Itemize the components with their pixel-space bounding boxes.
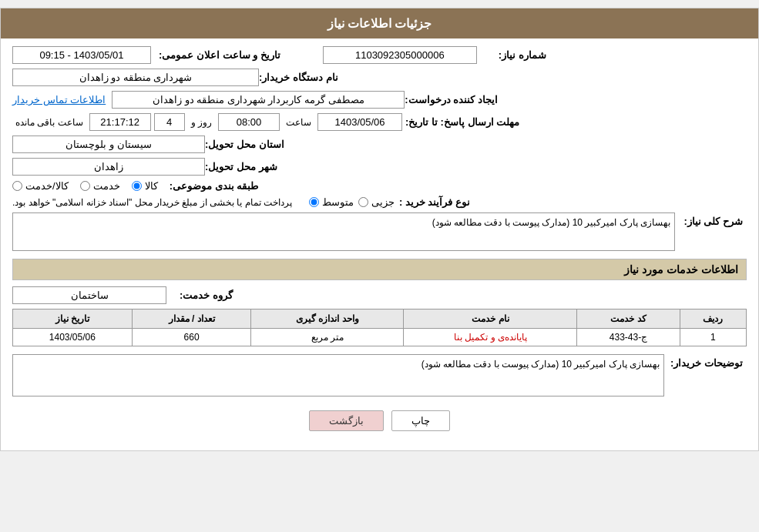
back-button[interactable]: بازگشت <box>309 410 384 431</box>
process-motavasset-radio[interactable] <box>309 197 319 207</box>
page-title: جزئیات اطلاعات نیاز <box>327 17 432 30</box>
category-kala-khedmat-radio[interactable] <box>12 181 22 191</box>
service-group-value: ساختمان <box>12 286 166 304</box>
province-row: استان محل تحویل: سیستان و بلوچستان <box>12 136 747 153</box>
description-box: بهسازی پارک امیرکبیر 10 (مدارک پیوست با … <box>12 212 675 251</box>
services-section-header: اطلاعات خدمات مورد نیاز <box>12 259 747 280</box>
category-kala-radio[interactable] <box>132 181 142 191</box>
province-value: سیستان و بلوچستان <box>12 136 205 153</box>
buyer-name-value: شهرداری منطقه دو زاهدان <box>12 69 259 86</box>
category-kala-label: کالا <box>145 180 158 192</box>
contact-link[interactable]: اطلاعات تماس خریدار <box>12 94 106 105</box>
need-number-label: شماره نیاز: <box>485 49 546 61</box>
col-service-code: کد خدمت <box>577 309 680 329</box>
page-header: جزئیات اطلاعات نیاز <box>1 8 758 38</box>
button-row: چاپ بازگشت <box>12 410 747 431</box>
category-row: طبقه بندی موضوعی: کالا خدمت کالا/خدمت <box>12 180 747 192</box>
process-jozi-radio[interactable] <box>358 197 368 207</box>
need-number-row: شماره نیاز: 1103092305000006 تاریخ و ساع… <box>12 46 747 64</box>
response-remaining-label: ساعت باقی مانده <box>15 117 83 128</box>
response-date-value: 1403/05/06 <box>317 113 402 131</box>
cell-service-code: ج-43-433 <box>577 329 680 346</box>
response-time-value: 08:00 <box>218 113 280 131</box>
buyer-notes-textarea <box>12 354 664 396</box>
response-day-value: 4 <box>154 113 185 131</box>
buyer-name-row: نام دستگاه خریدار: شهرداری منطقه دو زاهد… <box>12 69 747 86</box>
response-day-label: روز و <box>191 117 212 128</box>
requester-value: مصطفی گرمه کاربردار شهرداری منطقه دو زاه… <box>112 91 405 109</box>
process-label: نوع فرآیند خرید : <box>399 196 470 208</box>
cell-quantity: 660 <box>132 329 251 346</box>
city-row: شهر محل تحویل: زاهدان <box>12 158 747 176</box>
table-header-row: ردیف کد خدمت نام خدمت واحد اندازه گیری ت… <box>13 309 747 329</box>
services-table: ردیف کد خدمت نام خدمت واحد اندازه گیری ت… <box>12 309 747 346</box>
cell-service-name: پایانده‌ی و تکمیل بنا <box>404 329 577 346</box>
print-button[interactable]: چاپ <box>391 410 450 431</box>
page-wrapper: جزئیات اطلاعات نیاز شماره نیاز: 11030923… <box>0 8 759 451</box>
datetime-value: 1403/05/01 - 09:15 <box>12 46 151 64</box>
process-jozi-label: جزیی <box>371 196 395 208</box>
table-row: 1 ج-43-433 پایانده‌ی و تکمیل بنا متر مرب… <box>13 329 747 346</box>
cell-row-num: 1 <box>680 329 746 346</box>
cell-date: 1403/05/06 <box>13 329 133 346</box>
col-row-num: ردیف <box>680 309 746 329</box>
category-kala-item[interactable]: کالا <box>132 180 158 192</box>
response-deadline-label: مهلت ارسال پاسخ: تا تاریخ: <box>405 116 519 128</box>
description-section: شرح کلی نیاز: بهسازی پارک امیرکبیر 10 (م… <box>12 212 747 251</box>
city-label: شهر محل تحویل: <box>205 161 277 172</box>
service-group-label: گروه خدمت: <box>171 289 233 301</box>
col-service-name: نام خدمت <box>404 309 577 329</box>
service-group-row: گروه خدمت: ساختمان <box>12 286 747 304</box>
province-label: استان محل تحویل: <box>205 139 284 150</box>
need-number-value: 1103092305000006 <box>323 46 477 64</box>
city-value: زاهدان <box>12 158 205 176</box>
category-khedmat-item[interactable]: خدمت <box>80 180 120 192</box>
category-label: طبقه بندی موضوعی: <box>170 180 259 192</box>
requester-label: ایجاد کننده درخواست: <box>405 94 498 105</box>
col-quantity: تعداد / مقدار <box>132 309 251 329</box>
process-motavasset-label: متوسط <box>322 196 354 208</box>
cell-unit: متر مربع <box>251 329 404 346</box>
process-jozi-item[interactable]: جزیی <box>358 196 395 208</box>
requester-row: ایجاد کننده درخواست: مصطفی گرمه کاربردار… <box>12 91 747 109</box>
response-deadline-row: مهلت ارسال پاسخ: تا تاریخ: 1403/05/06 سا… <box>12 113 747 131</box>
process-row: نوع فرآیند خرید : جزیی متوسط پرداخت تمام… <box>12 196 747 208</box>
category-khedmat-radio[interactable] <box>80 181 90 191</box>
process-note: پرداخت تمام یا بخشی از مبلغ خریدار محل "… <box>12 197 292 208</box>
process-motavasset-item[interactable]: متوسط <box>309 196 354 208</box>
col-date: تاریخ نیاز <box>13 309 133 329</box>
col-unit: واحد اندازه گیری <box>251 309 404 329</box>
buyer-name-label: نام دستگاه خریدار: <box>259 72 338 83</box>
buyer-notes-label: توضیحات خریدار: <box>670 357 743 369</box>
description-label: شرح کلی نیاز: <box>681 216 743 227</box>
category-kala-khedmat-item[interactable]: کالا/خدمت <box>12 180 69 192</box>
category-khedmat-label: خدمت <box>93 180 120 192</box>
response-time-label: ساعت <box>286 117 311 128</box>
datetime-label: تاریخ و ساعت اعلان عمومی: <box>159 49 280 61</box>
category-kala-khedmat-label: کالا/خدمت <box>25 180 69 192</box>
response-remaining-value: 21:17:12 <box>89 113 151 131</box>
buyer-notes-section: توضیحات خریدار: <box>12 354 747 399</box>
content: شماره نیاز: 1103092305000006 تاریخ و ساع… <box>1 38 758 450</box>
